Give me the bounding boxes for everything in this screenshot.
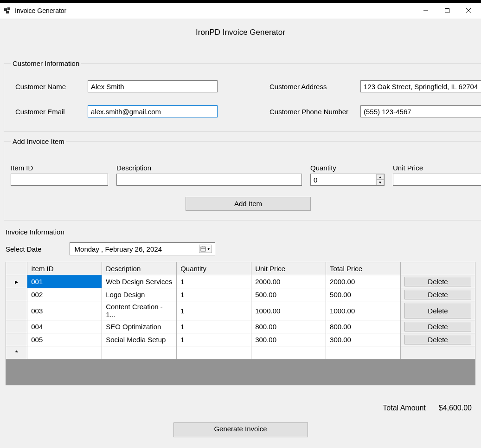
cell-quantity[interactable]: 1 — [177, 320, 251, 333]
row-indicator[interactable] — [6, 301, 27, 320]
titlebar: Invoice Generator — [0, 3, 481, 19]
new-row-indicator[interactable]: * — [6, 346, 27, 359]
quantity-input[interactable] — [310, 174, 385, 186]
cell-description[interactable]: SEO Optimization — [102, 320, 177, 333]
cell-itemid[interactable]: 002 — [27, 288, 102, 301]
page-title: IronPD Invoice Generator — [2, 19, 479, 59]
row-indicator[interactable] — [6, 288, 27, 301]
customer-email-label: Customer Email — [15, 108, 80, 116]
cell-itemid[interactable]: 001 — [27, 275, 102, 288]
customer-address-label: Customer Address — [269, 83, 353, 91]
quantity-up-icon[interactable]: ▲ — [376, 174, 384, 180]
cell-empty[interactable] — [177, 346, 251, 359]
invoice-info-section: Invoice Information Select Date Monday ,… — [4, 226, 477, 389]
cell-quantity[interactable]: 1 — [177, 333, 251, 346]
table-row[interactable]: 002Logo Design1500.00500.00Delete — [6, 288, 475, 301]
cell-itemid[interactable]: 005 — [27, 333, 102, 346]
calendar-dropdown-icon[interactable]: ▼ — [199, 245, 212, 253]
row-header-corner — [6, 262, 27, 275]
col-description[interactable]: Description — [102, 262, 177, 275]
total-amount-value: $4,600.00 — [439, 404, 472, 412]
cell-description[interactable]: Web Design Services — [102, 275, 177, 288]
cell-total-price[interactable]: 500.00 — [326, 288, 401, 301]
row-indicator[interactable] — [6, 333, 27, 346]
itemid-label: Item ID — [11, 164, 108, 172]
add-item-legend: Add Invoice Item — [11, 137, 66, 145]
cell-delete: Delete — [401, 320, 475, 333]
cell-quantity[interactable]: 1 — [177, 288, 251, 301]
cell-quantity[interactable]: 1 — [177, 301, 251, 320]
cell-itemid[interactable]: 004 — [27, 320, 102, 333]
cell-unit-price[interactable]: 300.00 — [251, 333, 326, 346]
cell-total-price[interactable]: 300.00 — [326, 333, 401, 346]
delete-button[interactable]: Delete — [404, 277, 471, 286]
svg-rect-1 — [7, 7, 10, 10]
col-total-price[interactable]: Total Price — [326, 262, 401, 275]
itemid-input[interactable] — [11, 174, 108, 186]
customer-phone-label: Customer Phone Number — [269, 108, 353, 116]
table-row[interactable]: 004SEO Optimization1800.00800.00Delete — [6, 320, 475, 333]
window-title: Invoice Generator — [15, 7, 66, 14]
col-quantity[interactable]: Quantity — [177, 262, 251, 275]
row-indicator[interactable] — [6, 320, 27, 333]
close-button[interactable] — [458, 4, 479, 18]
quantity-down-icon[interactable]: ▼ — [376, 180, 384, 185]
description-input[interactable] — [116, 174, 302, 186]
unitprice-input[interactable] — [393, 174, 481, 186]
customer-name-label: Customer Name — [15, 83, 80, 91]
cell-total-price[interactable]: 2000.00 — [326, 275, 401, 288]
maximize-button[interactable] — [436, 4, 458, 18]
table-new-row[interactable]: * — [6, 346, 475, 359]
cell-unit-price[interactable]: 1000.00 — [251, 301, 326, 320]
table-row[interactable]: ▸001Web Design Services12000.002000.00De… — [6, 275, 475, 288]
minimize-button[interactable] — [415, 4, 436, 18]
datagrid-empty-area — [6, 359, 475, 385]
customer-name-input[interactable] — [88, 80, 218, 92]
customer-phone-input[interactable] — [360, 105, 481, 117]
cell-unit-price[interactable]: 2000.00 — [251, 275, 326, 288]
cell-description[interactable]: Logo Design — [102, 288, 177, 301]
customer-address-input[interactable] — [360, 80, 481, 92]
cell-description[interactable]: Content Creation - 1... — [102, 301, 177, 320]
row-indicator[interactable]: ▸ — [6, 275, 27, 288]
table-row[interactable]: 005Social Media Setup1300.00300.00Delete — [6, 333, 475, 346]
delete-button[interactable]: Delete — [404, 335, 471, 344]
cell-empty[interactable] — [326, 346, 401, 359]
customer-info-group: Customer Information Customer Name Custo… — [4, 59, 481, 132]
col-delete — [401, 262, 475, 275]
select-date-label: Select Date — [6, 245, 42, 253]
cell-delete: Delete — [401, 275, 475, 288]
add-item-button[interactable]: Add Item — [186, 197, 311, 211]
svg-rect-7 — [201, 247, 205, 251]
delete-button[interactable]: Delete — [404, 322, 471, 331]
svg-rect-2 — [6, 11, 9, 13]
date-picker[interactable]: Monday , February 26, 2024 ▼ — [70, 242, 215, 255]
cell-description[interactable]: Social Media Setup — [102, 333, 177, 346]
cell-delete-empty — [401, 346, 475, 359]
cell-empty[interactable] — [102, 346, 177, 359]
generate-invoice-button[interactable]: Generate Invoice — [173, 422, 308, 437]
cell-itemid[interactable]: 003 — [27, 301, 102, 320]
delete-button[interactable]: Delete — [404, 290, 471, 299]
quantity-stepper[interactable]: ▲ ▼ — [376, 174, 384, 185]
invoice-info-legend: Invoice Information — [4, 226, 477, 242]
cell-total-price[interactable]: 1000.00 — [326, 301, 401, 320]
cell-unit-price[interactable]: 800.00 — [251, 320, 326, 333]
cell-unit-price[interactable]: 500.00 — [251, 288, 326, 301]
delete-button[interactable]: Delete — [404, 303, 471, 318]
customer-info-legend: Customer Information — [11, 59, 81, 67]
cell-empty[interactable] — [251, 346, 326, 359]
svg-rect-4 — [445, 9, 449, 13]
col-unit-price[interactable]: Unit Price — [251, 262, 326, 275]
customer-email-input[interactable] — [88, 105, 218, 117]
quantity-label: Quantity — [310, 164, 385, 172]
table-row[interactable]: 003Content Creation - 1...11000.001000.0… — [6, 301, 475, 320]
cell-quantity[interactable]: 1 — [177, 275, 251, 288]
date-value: Monday , February 26, 2024 — [75, 245, 162, 253]
cell-total-price[interactable]: 800.00 — [326, 320, 401, 333]
cell-empty[interactable] — [27, 346, 102, 359]
invoice-items-table[interactable]: Item ID Description Quantity Unit Price … — [6, 262, 475, 359]
cell-delete: Delete — [401, 333, 475, 346]
total-amount-label: Total Amount — [383, 404, 426, 412]
col-itemid[interactable]: Item ID — [27, 262, 102, 275]
